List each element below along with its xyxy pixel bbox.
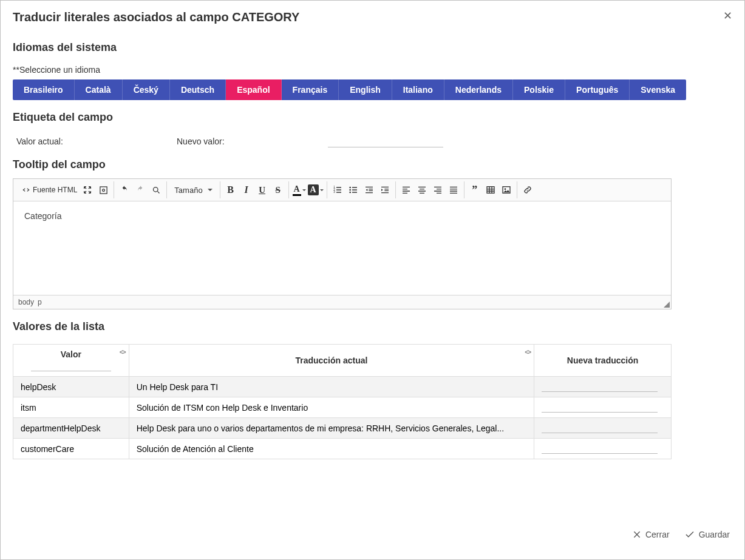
svg-text:3: 3 <box>333 191 335 194</box>
link-icon <box>523 185 532 195</box>
undo-icon <box>120 185 129 195</box>
close-icon[interactable]: ✕ <box>723 10 732 21</box>
col-header-current[interactable]: <> Traducción actual <box>129 345 534 377</box>
language-tab-český[interactable]: Český <box>123 79 170 100</box>
language-tabs: BrasileiroCatalàČeskýDeutschEspañolFranç… <box>13 79 686 100</box>
text-color-button[interactable]: A <box>292 183 307 197</box>
language-tab-português[interactable]: Português <box>565 79 630 100</box>
dialog-body[interactable]: Idiomas del sistema **Seleccione un idio… <box>1 30 744 522</box>
maximize-button[interactable] <box>80 183 95 197</box>
new-translation-input[interactable] <box>542 382 658 392</box>
table-button[interactable] <box>483 183 498 197</box>
language-tab-català[interactable]: Català <box>75 79 123 100</box>
cell-value: helpDesk <box>13 377 129 397</box>
show-blocks-button[interactable] <box>96 183 111 197</box>
svg-rect-9 <box>487 187 494 194</box>
expand-icon[interactable]: <> <box>120 348 125 356</box>
strike-button[interactable]: S <box>271 183 285 197</box>
resize-handle[interactable] <box>664 302 670 308</box>
align-justify-icon <box>449 185 458 195</box>
cell-new <box>534 397 672 418</box>
table-row: departmentHelpDeskHelp Desk para uno o v… <box>13 418 672 439</box>
language-tab-français[interactable]: Français <box>282 79 339 100</box>
editor-content[interactable]: Categoría <box>13 201 671 295</box>
unordered-list-button[interactable] <box>346 183 361 197</box>
check-icon <box>684 529 695 540</box>
new-translation-input[interactable] <box>542 423 658 433</box>
align-left-button[interactable] <box>399 183 413 197</box>
save-button[interactable]: Guardar <box>684 529 730 540</box>
source-icon <box>22 186 30 194</box>
font-size-dropdown[interactable]: Tamaño <box>169 186 217 195</box>
underline-button[interactable]: U <box>255 183 270 197</box>
close-icon <box>632 530 642 539</box>
list-values-title: Valores de la lista <box>13 320 732 333</box>
blockquote-button[interactable]: ” <box>468 183 482 197</box>
outdent-button[interactable] <box>362 183 376 197</box>
undo-button[interactable] <box>117 183 132 197</box>
value-filter-input[interactable] <box>31 362 112 371</box>
image-button[interactable] <box>499 183 514 197</box>
language-tab-english[interactable]: English <box>339 79 392 100</box>
align-right-button[interactable] <box>430 183 445 197</box>
svg-point-11 <box>504 188 506 190</box>
languages-section-title: Idiomas del sistema <box>13 41 732 54</box>
expand-icon[interactable]: <> <box>525 348 530 356</box>
maximize-icon <box>83 185 92 195</box>
language-tab-deutsch[interactable]: Deutsch <box>170 79 226 100</box>
svg-point-1 <box>102 189 104 191</box>
language-tab-svenska[interactable]: Svenska <box>630 79 686 100</box>
svg-point-6 <box>349 187 351 189</box>
new-translation-input[interactable] <box>542 403 658 413</box>
table-icon <box>486 185 495 195</box>
dialog-header: Traducir literales asociados al campo CA… <box>1 1 744 30</box>
ordered-list-button[interactable]: 123 <box>330 183 345 197</box>
language-tab-italiano[interactable]: Italiano <box>392 79 444 100</box>
close-button[interactable]: Cerrar <box>632 530 670 539</box>
align-left-icon <box>401 185 411 195</box>
indent-button[interactable] <box>378 183 392 197</box>
new-value-input[interactable] <box>328 135 443 147</box>
cell-value: itsm <box>13 397 129 418</box>
col-header-new[interactable]: Nueva traducción <box>534 345 672 377</box>
chevron-down-icon <box>320 189 324 191</box>
align-center-button[interactable] <box>415 183 429 197</box>
cell-current: Solución de ITSM con Help Desk e Inventa… <box>129 397 534 418</box>
link-button[interactable] <box>520 183 535 197</box>
cell-new <box>534 418 672 439</box>
redo-button[interactable] <box>133 183 148 197</box>
dialog-footer: Cerrar Guardar <box>1 522 744 559</box>
language-tab-polskie[interactable]: Polskie <box>513 79 565 100</box>
col-header-value[interactable]: <> Valor <box>13 345 129 377</box>
path-segment[interactable]: body <box>18 298 34 306</box>
editor-footer: bodyp <box>13 295 671 309</box>
language-tab-brasileiro[interactable]: Brasileiro <box>13 79 75 100</box>
bold-button[interactable]: B <box>223 183 238 197</box>
cell-value: departmentHelpDesk <box>13 418 129 439</box>
bg-color-button[interactable]: A <box>308 183 324 197</box>
italic-button[interactable]: I <box>239 183 254 197</box>
tooltip-section-title: Tooltip del campo <box>13 158 732 171</box>
svg-point-2 <box>153 187 158 192</box>
select-language-note: **Seleccione un idioma <box>13 65 732 75</box>
field-label-row: Valor actual: Nuevo valor: <box>13 135 732 147</box>
align-center-icon <box>417 185 427 195</box>
indent-icon <box>380 185 390 195</box>
path-segment[interactable]: p <box>38 298 42 306</box>
text-color-icon: A <box>293 184 301 196</box>
table-row: itsmSolución de ITSM con Help Desk e Inv… <box>13 397 672 418</box>
find-button[interactable] <box>149 183 163 197</box>
chevron-down-icon <box>208 189 213 191</box>
cell-new <box>534 439 672 459</box>
align-justify-button[interactable] <box>446 183 461 197</box>
align-right-icon <box>433 185 443 195</box>
cell-new <box>534 377 672 397</box>
table-row: helpDeskUn Help Desk para TI <box>13 377 672 397</box>
language-tab-nederlands[interactable]: Nederlands <box>444 79 513 100</box>
language-tab-español[interactable]: Español <box>226 79 281 100</box>
source-button[interactable]: Fuente HTML <box>19 186 80 194</box>
editor-elements-path[interactable]: bodyp <box>18 298 46 306</box>
new-translation-input[interactable] <box>542 444 658 454</box>
svg-rect-0 <box>100 186 107 193</box>
values-table: <> Valor <> Traducción actual Nueva trad… <box>13 344 672 459</box>
